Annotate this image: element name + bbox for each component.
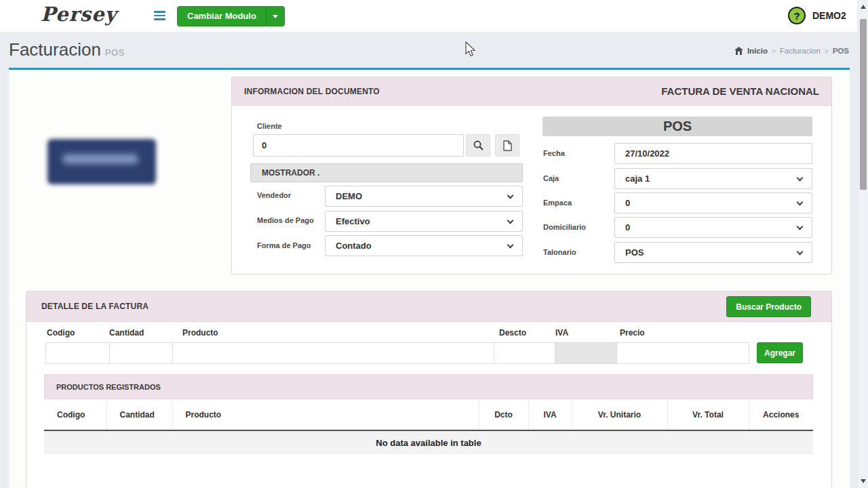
productos-table-header-row: Codigo Cantidad Producto Dcto IVA Vr. Un… [44, 399, 813, 430]
col-iva[interactable]: IVA [528, 399, 572, 430]
col-acciones[interactable]: Acciones [749, 399, 813, 430]
medios-pago-select[interactable]: Efectivo [325, 211, 523, 232]
home-icon [734, 47, 743, 55]
medios-pago-value: Efectivo [336, 216, 370, 226]
chevron-down-icon [507, 192, 514, 199]
pos-box-title: POS [542, 117, 812, 136]
col-vr-unitario[interactable]: Vr. Unitario [572, 399, 667, 430]
caja-label: Caja [543, 174, 559, 182]
breadcrumb-separator: > [825, 47, 829, 55]
fecha-label: Fecha [543, 149, 565, 157]
empaca-value: 0 [625, 198, 630, 208]
entry-col-iva: IVA [555, 328, 568, 338]
new-document-button[interactable] [495, 134, 519, 157]
cliente-label: Cliente [257, 122, 282, 130]
page-scrollbar[interactable] [857, 0, 868, 488]
change-module-button-group: Cambiar Modulo [177, 6, 285, 26]
chevron-down-icon [797, 249, 804, 256]
descto-input[interactable] [494, 342, 555, 364]
mostrador-box: MOSTRADOR . [250, 163, 523, 182]
page-title-text: Facturacion [9, 39, 101, 60]
page-subtitle: POS [105, 47, 125, 58]
col-codigo[interactable]: Codigo [44, 399, 106, 430]
caret-down-icon [273, 15, 278, 18]
current-user-label[interactable]: DEMO2 [812, 10, 846, 21]
iva-input [555, 342, 617, 364]
col-producto[interactable]: Producto [172, 399, 479, 430]
precio-input[interactable] [616, 342, 749, 364]
fecha-input[interactable] [614, 143, 812, 164]
vendedor-select[interactable]: DEMO [325, 186, 523, 207]
document-info-title: INFORMACION DEL DOCUMENTO [244, 87, 380, 96]
scrollbar-up-arrow-icon[interactable] [858, 1, 868, 12]
agregar-button[interactable]: Agregar [757, 342, 803, 363]
entry-col-descto: Descto [499, 328, 526, 338]
chevron-down-icon [507, 218, 514, 224]
document-info-card: INFORMACION DEL DOCUMENTO FACTURA DE VEN… [231, 77, 832, 274]
breadcrumb-separator: > [772, 47, 776, 55]
invoice-detail-title: DETALLE DE LA FACTURA [41, 302, 149, 311]
cliente-input[interactable] [253, 134, 464, 157]
scrollbar-thumb[interactable] [860, 19, 867, 190]
breadcrumb-facturacion[interactable]: Facturacion [780, 47, 821, 55]
caja-select[interactable]: caja 1 [614, 168, 812, 189]
invoice-detail-header: DETALLE DE LA FACTURA Buscar Producto [26, 291, 831, 322]
productos-table: Codigo Cantidad Producto Dcto IVA Vr. Un… [44, 399, 813, 454]
talonario-select[interactable]: POS [614, 242, 812, 263]
breadcrumb-inicio[interactable]: Inicio [747, 47, 768, 55]
forma-pago-value: Contado [336, 241, 372, 251]
page-title: FacturacionPOS [9, 39, 125, 60]
entry-col-codigo: Codigo [47, 328, 75, 338]
app-logo: Persey [41, 3, 117, 26]
col-vr-total[interactable]: Vr. Total [667, 399, 749, 430]
entry-col-cantidad: Cantidad [109, 328, 144, 338]
productos-registrados-title: PRODUCTOS REGISTRADOS [44, 374, 813, 399]
scrollbar-down-arrow-icon[interactable] [858, 476, 868, 487]
medios-pago-label: Medios de Pago [257, 216, 314, 224]
forma-pago-label: Forma de Pago [257, 241, 311, 249]
talonario-value: POS [625, 247, 644, 258]
entry-col-precio: Precio [620, 328, 645, 338]
entry-col-producto: Producto [182, 328, 218, 338]
caja-value: caja 1 [625, 174, 650, 184]
company-logo-image [47, 139, 156, 184]
col-cantidad[interactable]: Cantidad [106, 399, 172, 430]
domiciliario-label: Domiciliario [543, 223, 586, 231]
content-header: FacturacionPOS Inicio > Facturacion > PO… [0, 32, 868, 68]
domiciliario-value: 0 [625, 222, 630, 232]
top-navbar: Persey Cambiar Modulo ? DEMO2 [0, 0, 868, 32]
codigo-input[interactable] [45, 342, 110, 364]
forma-pago-select[interactable]: Contado [325, 235, 523, 256]
breadcrumb-pos: POS [833, 47, 849, 55]
vendedor-value: DEMO [336, 191, 362, 201]
buscar-producto-button[interactable]: Buscar Producto [726, 296, 811, 317]
empty-table-row: No data available in table [44, 430, 813, 454]
search-icon [473, 140, 484, 150]
change-module-button[interactable]: Cambiar Modulo [178, 7, 266, 26]
talonario-label: Talonario [543, 248, 576, 256]
breadcrumb: Inicio > Facturacion > POS [734, 47, 849, 55]
cantidad-input[interactable] [109, 342, 173, 364]
company-logo-blurred-text [62, 154, 138, 164]
hamburger-menu-icon[interactable] [154, 11, 165, 21]
document-type-label: FACTURA DE VENTA NACIONAL [661, 85, 819, 97]
document-info-header: INFORMACION DEL DOCUMENTO FACTURA DE VEN… [232, 77, 831, 106]
empty-table-message: No data available in table [44, 430, 813, 454]
cliente-search-button[interactable] [466, 134, 490, 157]
chevron-down-icon [797, 224, 804, 230]
vendedor-label: Vendedor [257, 191, 291, 199]
help-icon[interactable]: ? [788, 7, 806, 24]
productos-registrados-panel: PRODUCTOS REGISTRADOS Codigo Cantidad Pr… [44, 374, 813, 454]
chevron-down-icon [797, 175, 804, 182]
producto-input[interactable] [172, 342, 494, 364]
chevron-down-icon [797, 199, 804, 206]
domiciliario-select[interactable]: 0 [614, 217, 812, 238]
empaca-select[interactable]: 0 [614, 192, 812, 214]
document-icon [503, 140, 512, 151]
empaca-label: Empaca [543, 199, 572, 207]
invoice-detail-card: DETALLE DE LA FACTURA Buscar Producto Co… [26, 291, 832, 488]
chevron-down-icon [507, 242, 514, 249]
change-module-dropdown-button[interactable] [266, 7, 284, 26]
col-dcto[interactable]: Dcto [479, 399, 528, 430]
